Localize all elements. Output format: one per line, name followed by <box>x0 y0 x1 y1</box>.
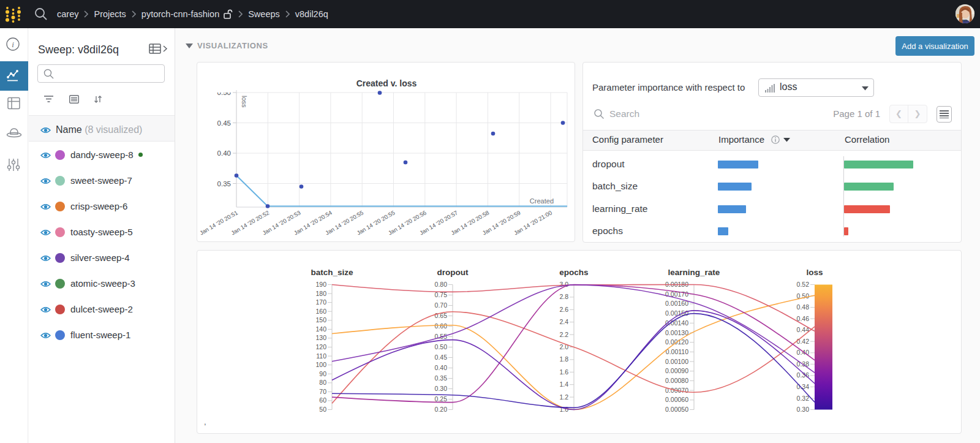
svg-text:0.00090: 0.00090 <box>665 367 688 374</box>
svg-text:190: 190 <box>315 281 326 288</box>
svg-text:70: 70 <box>319 388 326 395</box>
svg-text:0.35: 0.35 <box>217 180 231 187</box>
svg-text:2.8: 2.8 <box>559 293 568 300</box>
svg-text:0.00100: 0.00100 <box>665 358 688 365</box>
svg-text:loss: loss <box>806 268 823 277</box>
svg-text:180: 180 <box>315 290 326 297</box>
svg-text:1.2: 1.2 <box>559 393 568 401</box>
svg-text:0.32: 0.32 <box>797 395 810 402</box>
svg-text:1.6: 1.6 <box>559 368 568 376</box>
svg-text:0.30: 0.30 <box>797 406 810 413</box>
svg-text:170: 170 <box>315 298 326 306</box>
svg-text:i: i <box>12 40 14 49</box>
svg-text:0.45: 0.45 <box>217 119 231 127</box>
svg-text:50: 50 <box>319 406 326 413</box>
svg-text:1.8: 1.8 <box>559 355 568 363</box>
svg-text:130: 130 <box>315 334 326 341</box>
svg-text:epochs: epochs <box>559 268 588 277</box>
svg-text:0.50: 0.50 <box>435 343 448 350</box>
svg-text:1.4: 1.4 <box>559 381 568 388</box>
svg-text:0.42: 0.42 <box>797 338 810 345</box>
svg-text:Created: Created <box>530 197 554 205</box>
svg-text:140: 140 <box>315 325 326 333</box>
svg-text:0.35: 0.35 <box>435 374 448 382</box>
svg-text:0.25: 0.25 <box>435 395 448 403</box>
svg-text:0.45: 0.45 <box>435 354 448 361</box>
svg-text:0.00130: 0.00130 <box>665 329 688 336</box>
svg-text:100: 100 <box>315 361 326 368</box>
svg-text:0.70: 0.70 <box>435 301 448 309</box>
svg-text:0.30: 0.30 <box>435 385 448 392</box>
svg-text:0.48: 0.48 <box>797 303 810 311</box>
svg-text:0.00080: 0.00080 <box>665 377 688 384</box>
svg-text:0.50: 0.50 <box>217 89 231 96</box>
svg-text:0.52: 0.52 <box>797 281 810 288</box>
svg-text:0.40: 0.40 <box>435 364 448 371</box>
svg-text:80: 80 <box>319 379 326 386</box>
svg-text:0.00140: 0.00140 <box>665 319 688 327</box>
svg-text:0.80: 0.80 <box>435 281 448 288</box>
svg-text:0.60: 0.60 <box>435 322 448 330</box>
svg-text:0.00050: 0.00050 <box>665 406 688 413</box>
svg-text:110: 110 <box>316 352 326 360</box>
svg-text:90: 90 <box>319 370 326 377</box>
svg-text:loss: loss <box>241 96 248 108</box>
svg-text:150: 150 <box>315 316 326 324</box>
svg-text:0.00060: 0.00060 <box>665 396 688 403</box>
svg-text:0.46: 0.46 <box>797 315 810 322</box>
svg-text:0.00110: 0.00110 <box>666 348 688 355</box>
svg-text:dropout: dropout <box>437 268 469 277</box>
svg-text:120: 120 <box>315 343 326 350</box>
svg-text:0.00160: 0.00160 <box>665 300 688 307</box>
svg-text:60: 60 <box>319 396 326 404</box>
svg-text:2.2: 2.2 <box>559 331 568 338</box>
svg-text:2.6: 2.6 <box>559 306 568 313</box>
svg-text:2.4: 2.4 <box>559 318 568 325</box>
svg-text:0.40: 0.40 <box>217 150 231 157</box>
svg-text:0.55: 0.55 <box>435 333 448 340</box>
svg-text:0.20: 0.20 <box>435 406 448 413</box>
svg-text:learning_rate: learning_rate <box>668 268 720 277</box>
svg-text:160: 160 <box>315 308 326 315</box>
svg-text:batch_size: batch_size <box>311 268 353 277</box>
